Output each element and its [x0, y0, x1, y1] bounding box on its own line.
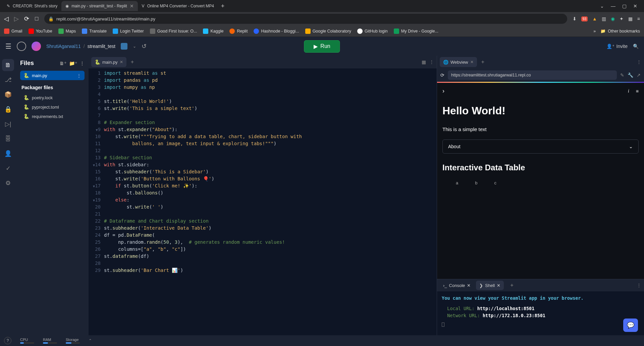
bookmark-replit[interactable]: Replit	[229, 28, 248, 34]
streamlit-expander[interactable]: About ⌄	[442, 139, 639, 154]
bookmark-colab[interactable]: Google Colaboratory	[305, 28, 351, 34]
invite-button[interactable]: 👤⁺ Invite	[606, 44, 628, 49]
file-item[interactable]: 🐍poetry.lock	[20, 93, 85, 102]
file-item[interactable]: 🐍requirements.txt	[20, 112, 85, 121]
chat-fab[interactable]: 💬	[623, 319, 638, 332]
bookmark-maps[interactable]: Maps	[58, 28, 76, 34]
sidebar-toggle-icon[interactable]: ›	[442, 88, 444, 95]
files-panel: Files 🗎⁺ 📁⁺ ⋮ 🐍 main.py ⋮ Packager files…	[16, 56, 89, 335]
webview-reload-icon[interactable]: ⟳	[440, 72, 444, 78]
minimize-icon[interactable]: —	[611, 3, 615, 9]
replit-header: ☰ ShrutiAgarwal11 / streamlit_test ⌄ ↺ ▶…	[0, 37, 644, 56]
reload-icon[interactable]: ⟳	[24, 15, 29, 22]
code-editor[interactable]: 12345678▼910111213▼141516▼1718▼192021222…	[89, 68, 437, 335]
chevron-down-icon[interactable]: ⌄	[600, 3, 604, 9]
search-icon[interactable]: 🔍	[633, 44, 639, 49]
close-icon[interactable]: ✕	[130, 3, 134, 9]
browser-tab[interactable]: V Online MP4 Converter - Convert MP4	[138, 1, 218, 11]
back-icon[interactable]: ◁	[4, 15, 9, 22]
bookmark-twitter[interactable]: Login Twitter	[113, 28, 144, 34]
hamburger-icon[interactable]: ≡	[636, 89, 639, 94]
breadcrumb-repo[interactable]: streamlit_test	[88, 44, 115, 49]
bookmark-gmail[interactable]: Gmail	[4, 28, 22, 34]
bookmark-drive[interactable]: My Drive - Google...	[394, 28, 438, 34]
python-file-icon: 🐍	[23, 73, 29, 78]
rail-settings-icon[interactable]: ⚙	[2, 177, 14, 189]
rail-files-icon[interactable]: 🗎	[2, 59, 14, 71]
forward-icon[interactable]: ▷	[14, 15, 19, 22]
edit-icon[interactable]: ✎	[620, 72, 624, 78]
maximize-icon[interactable]: ▢	[622, 3, 627, 9]
browser-tab[interactable]: ✎ CREATOR: Shruti's story	[3, 1, 61, 11]
new-folder-icon[interactable]: 📁⁺	[69, 61, 77, 66]
avatar[interactable]	[32, 42, 41, 51]
chevron-up-icon[interactable]: ⌃	[89, 338, 92, 343]
console-more-icon[interactable]: ⋮	[637, 283, 641, 288]
install-icon[interactable]: ⬇	[573, 16, 577, 21]
breadcrumb-user[interactable]: ShrutiAgarwal11	[46, 44, 81, 49]
new-file-icon[interactable]: 🗎⁺	[59, 61, 66, 66]
close-icon[interactable]: ✕	[120, 60, 123, 64]
rail-secrets-icon[interactable]: 🔒	[2, 103, 14, 115]
file-item[interactable]: 🐍pyproject.toml	[20, 102, 85, 112]
bookmarks-overflow-icon[interactable]: »	[593, 29, 596, 34]
cpu-metric[interactable]: CPU	[20, 338, 34, 344]
grammarly-icon[interactable]: ◉	[611, 16, 615, 21]
bookmark-gfi[interactable]: Good First Issue: O...	[150, 28, 197, 34]
rail-packages-icon[interactable]: 📦	[2, 89, 14, 101]
run-button[interactable]: ▶ Run	[304, 40, 340, 53]
file-item[interactable]: 🐍 main.py ⋮	[20, 71, 85, 80]
files-more-icon[interactable]: ⋮	[80, 61, 85, 66]
brave-shield-icon[interactable]: 93	[581, 16, 588, 21]
tab-title: main.py - streamlit_test - Replit	[71, 4, 127, 8]
new-webview-tab-button[interactable]: +	[479, 59, 487, 65]
close-icon[interactable]: ✕	[633, 3, 637, 9]
rail-vcs-icon[interactable]: ⎇	[2, 74, 14, 86]
bookmark-hashnode[interactable]: Hashnode - Bloggi...	[254, 28, 299, 34]
rail-deploy-icon[interactable]: ▷|	[2, 118, 14, 130]
close-icon[interactable]: ✕	[470, 60, 474, 64]
editor-tab[interactable]: 🐍 main.py ✕	[91, 57, 126, 67]
console-tab[interactable]: ›_ Console ✕	[440, 281, 474, 290]
replit-logo-icon[interactable]	[17, 42, 26, 51]
sidebar-icon[interactable]: ▦	[628, 16, 633, 21]
new-editor-tab-button[interactable]: +	[128, 59, 137, 65]
url-input[interactable]: 🔒 replit.com/@ShrutiAgarwal11/streamlitt…	[44, 14, 567, 24]
browser-tab-active[interactable]: ◉ main.py - streamlit_test - Replit ✕	[61, 1, 138, 11]
devtools-icon[interactable]: 🔧	[628, 72, 633, 78]
rail-check-icon[interactable]: ✓	[2, 162, 14, 174]
rail-database-icon[interactable]: 🗄	[2, 133, 14, 145]
storage-metric[interactable]: Storage	[66, 338, 80, 344]
bookmark-github[interactable]: GitHub login	[357, 28, 388, 34]
new-console-tab-button[interactable]: +	[508, 282, 516, 288]
hamburger-icon[interactable]: ☰	[5, 42, 11, 50]
webview-tab[interactable]: 🌐 Webview ✕	[440, 57, 477, 67]
history-icon[interactable]: ↺	[142, 43, 147, 50]
help-icon[interactable]: ?	[4, 337, 11, 344]
webview-url-input[interactable]: https://streamlittest.shrutiagarwal11.re…	[448, 70, 617, 80]
ram-metric[interactable]: RAM	[43, 338, 57, 344]
webview-more-icon[interactable]: ⋮	[637, 59, 641, 65]
close-icon[interactable]: ✕	[497, 283, 500, 288]
extensions-icon[interactable]: ✦	[620, 16, 624, 21]
other-bookmarks[interactable]: 📁Other bookmarks	[600, 28, 640, 34]
new-tab-button[interactable]: +	[218, 3, 227, 10]
info-icon[interactable]: i	[628, 89, 629, 94]
bookmark-kaggle[interactable]: Kaggle	[203, 28, 223, 34]
open-external-icon[interactable]: ↗	[637, 72, 641, 78]
layout-icon[interactable]: ▦	[422, 59, 426, 65]
rail-user-icon[interactable]: 👤	[2, 148, 14, 160]
editor-more-icon[interactable]: ⋮	[429, 59, 434, 65]
bookmark-translate[interactable]: Translate	[82, 28, 107, 34]
reader-icon[interactable]: ▥	[602, 16, 606, 21]
rewards-icon[interactable]: ▲	[592, 16, 597, 21]
bookmark-youtube[interactable]: YouTube	[29, 28, 52, 34]
chevron-down-icon[interactable]: ⌄	[133, 44, 136, 49]
console-output[interactable]: You can now view your Streamlit app in y…	[437, 291, 644, 335]
shell-prompt[interactable]: ⎕	[442, 321, 639, 328]
bookmark-icon[interactable]: ☐	[35, 16, 39, 21]
menu-icon[interactable]: ≡	[637, 16, 640, 21]
file-more-icon[interactable]: ⋮	[77, 73, 81, 78]
shell-tab[interactable]: ❯ Shell ✕	[476, 281, 504, 290]
close-icon[interactable]: ✕	[467, 283, 471, 288]
